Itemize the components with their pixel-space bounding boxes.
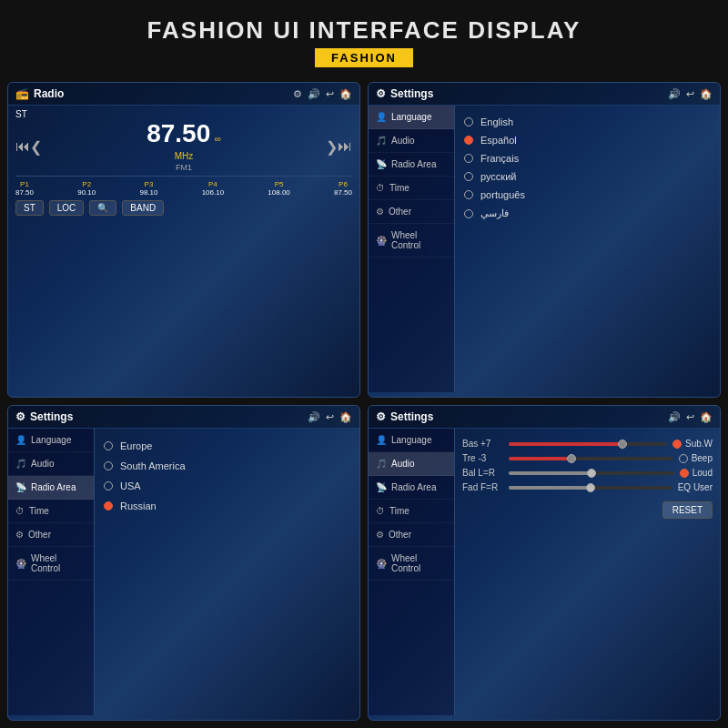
- next-btn[interactable]: ❯: [326, 138, 338, 156]
- beep-option[interactable]: Beep: [679, 453, 713, 463]
- reset-button[interactable]: RESET: [662, 501, 713, 519]
- settings2-gear-icon: ⚙: [15, 410, 25, 423]
- radio-freq-center: 87.50 ∞ MHz FM1: [42, 121, 326, 172]
- area-europe[interactable]: Europe: [104, 436, 350, 456]
- menu-item-language-3[interactable]: 👤 Language: [369, 429, 454, 452]
- eq-option[interactable]: EQ User: [678, 482, 713, 492]
- settings1-home-icon[interactable]: 🏠: [700, 88, 713, 100]
- language-icon-2: 👤: [15, 435, 26, 445]
- bas-label: Bas +7: [462, 439, 503, 449]
- fad-slider[interactable]: [509, 486, 672, 490]
- lang-francais-radio: [464, 154, 473, 163]
- bal-fill: [509, 471, 592, 475]
- equalizer-icon[interactable]: ⚙: [293, 88, 302, 100]
- bal-thumb: [587, 469, 596, 478]
- settings1-back-icon[interactable]: ↩: [686, 88, 694, 100]
- preset-2[interactable]: P2 90.10: [77, 180, 96, 197]
- loc-button[interactable]: LOC: [49, 200, 85, 216]
- menu-item-language-2[interactable]: 👤 Language: [8, 429, 94, 452]
- volume-icon[interactable]: 🔊: [308, 88, 320, 100]
- bal-slider[interactable]: [509, 471, 674, 475]
- settings2-home-icon[interactable]: 🏠: [339, 411, 352, 423]
- radio-presets: P1 87.50 P2 90.10 P3 98.10 P4 106.10: [15, 176, 352, 197]
- settings2-back-icon[interactable]: ↩: [326, 411, 334, 423]
- subw-radio: [672, 440, 682, 449]
- preset-5[interactable]: P5 108.00: [268, 180, 289, 197]
- lang-farsi[interactable]: فارسي: [464, 204, 711, 223]
- radio-header: 📻 Radio ⚙ 🔊 ↩ 🏠: [8, 83, 359, 106]
- radio-body: ST ⏮ ❮ 87.50 ∞ MHz FM1 ❯: [8, 106, 359, 219]
- area-usa[interactable]: USA: [104, 476, 350, 496]
- menu-item-audio-1[interactable]: 🎵 Audio: [369, 129, 454, 153]
- skip-prev-btn[interactable]: ⏮: [15, 138, 30, 155]
- settings2-title: ⚙ Settings: [15, 410, 73, 423]
- prev-btn[interactable]: ❮: [30, 138, 42, 156]
- menu-item-other-2[interactable]: ⚙ Other: [8, 523, 94, 547]
- home-icon[interactable]: 🏠: [339, 88, 352, 100]
- settings2-volume-icon[interactable]: 🔊: [308, 411, 320, 423]
- menu-item-language-1[interactable]: 👤 Language: [369, 106, 454, 129]
- settings3-back-icon[interactable]: ↩: [686, 411, 694, 423]
- other-icon-1: ⚙: [376, 207, 384, 217]
- menu-item-time-2[interactable]: ⏱ Time: [8, 500, 94, 523]
- settings3-volume-icon[interactable]: 🔊: [668, 411, 681, 423]
- skip-next-btn[interactable]: ⏭: [338, 138, 352, 155]
- lang-english[interactable]: English: [464, 113, 711, 131]
- settings3-layout: 👤 Language 🎵 Audio 📡 Radio Area ⏱ Time: [369, 429, 720, 715]
- settings1-layout: 👤 Language 🎵 Audio 📡 Radio Area ⏱ Time: [369, 106, 720, 392]
- settings-radio-area-screen: ⚙ Settings 🔊 ↩ 🏠 👤 Language 🎵: [7, 405, 360, 721]
- bas-slider[interactable]: [509, 442, 667, 446]
- lang-espanol[interactable]: Español: [464, 131, 711, 149]
- area-south-america[interactable]: South America: [104, 456, 350, 476]
- wheel-icon-1: 🎡: [376, 236, 387, 246]
- lang-francais[interactable]: Français: [464, 149, 711, 167]
- preset-4[interactable]: P4 106.10: [202, 180, 224, 197]
- area-russian-radio: [104, 501, 113, 511]
- settings1-header: ⚙ Settings 🔊 ↩ 🏠: [369, 83, 720, 106]
- fashion-badge: FASHION: [315, 48, 413, 67]
- page-title: FASHION UI INTERFACE DISPLAY: [0, 16, 728, 45]
- menu-item-wheel-2[interactable]: 🎡 Wheel Control: [8, 547, 94, 581]
- menu-item-radio-area-2[interactable]: 📡 Radio Area: [8, 476, 94, 500]
- preset-2-label: P2: [77, 180, 96, 188]
- radio-area-icon-2: 📡: [15, 482, 26, 492]
- st-button[interactable]: ST: [15, 200, 44, 216]
- menu-item-audio-3[interactable]: 🎵 Audio: [369, 452, 454, 476]
- radio-st-label: ST: [15, 109, 352, 119]
- wheel-icon-2: 🎡: [15, 559, 26, 569]
- radio-screen: 📻 Radio ⚙ 🔊 ↩ 🏠 ST ⏮ ❮ 87.50: [7, 82, 360, 398]
- back-icon[interactable]: ↩: [326, 88, 334, 100]
- lang-portugues-radio: [464, 190, 473, 199]
- preset-1-freq: 87.50: [15, 188, 34, 197]
- radio-area-icon-1: 📡: [376, 159, 387, 169]
- loud-option[interactable]: Loud: [680, 468, 713, 478]
- subw-option[interactable]: Sub.W: [672, 439, 713, 449]
- menu-item-time-1[interactable]: ⏱ Time: [369, 177, 454, 200]
- preset-3[interactable]: P3 98.10: [139, 180, 157, 197]
- search-button[interactable]: 🔍: [89, 200, 116, 216]
- menu-item-wheel-1[interactable]: 🎡 Wheel Control: [369, 224, 454, 258]
- lang-russian-radio: [464, 172, 473, 181]
- menu-item-other-3[interactable]: ⚙ Other: [369, 523, 454, 547]
- preset-1[interactable]: P1 87.50: [15, 180, 34, 197]
- menu-item-wheel-3[interactable]: 🎡 Wheel Control: [369, 547, 454, 581]
- lang-portugues[interactable]: português: [464, 186, 711, 204]
- lang-farsi-radio: [464, 209, 473, 218]
- settings3-home-icon[interactable]: 🏠: [700, 411, 713, 423]
- audio-icon-2: 🎵: [15, 459, 26, 469]
- menu-item-time-3[interactable]: ⏱ Time: [369, 500, 454, 523]
- preset-6[interactable]: P6 87.50: [334, 180, 352, 197]
- settings1-volume-icon[interactable]: 🔊: [668, 88, 681, 100]
- tre-slider[interactable]: [509, 457, 673, 460]
- lang-russian[interactable]: русский: [464, 167, 711, 186]
- language-icon-1: 👤: [376, 112, 387, 122]
- time-icon-2: ⏱: [15, 506, 25, 516]
- area-russian[interactable]: Russian: [104, 496, 350, 516]
- menu-item-audio-2[interactable]: 🎵 Audio: [8, 452, 94, 476]
- menu-item-other-1[interactable]: ⚙ Other: [369, 200, 454, 224]
- preset-6-freq: 87.50: [334, 188, 352, 197]
- menu-item-radio-area-3[interactable]: 📡 Radio Area: [369, 476, 454, 500]
- band-button[interactable]: BAND: [122, 200, 164, 216]
- menu-item-radio-area-1[interactable]: 📡 Radio Area: [369, 153, 454, 177]
- bal-label: Bal L=R: [462, 468, 503, 478]
